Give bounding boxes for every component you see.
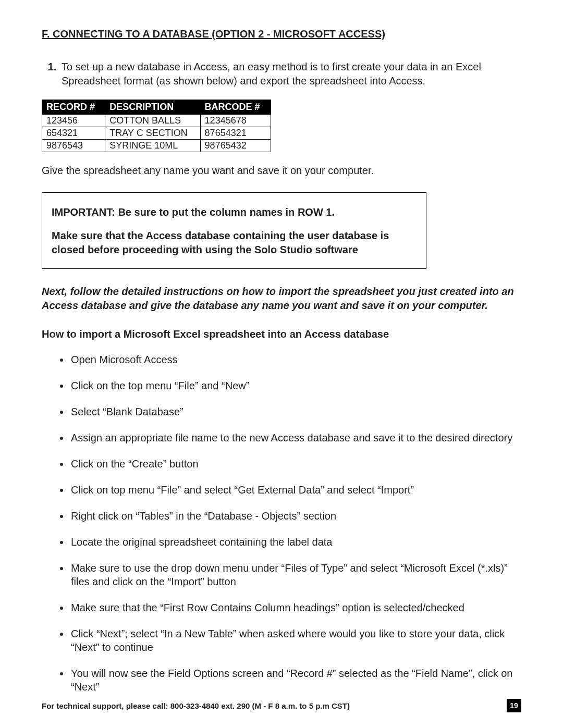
table-row: 9876543 SYRINGE 10ML 98765432 [42,140,271,152]
save-instruction: Give the spreadsheet any name you want a… [42,164,521,178]
important-line-1: IMPORTANT: Be sure to put the column nam… [52,205,417,219]
example-spreadsheet-table: RECORD # DESCRIPTION BARCODE # 123456 CO… [42,100,271,152]
table-row: 123456 COTTON BALLS 12345678 [42,115,271,127]
important-note-box: IMPORTANT: Be sure to put the column nam… [42,192,426,269]
page-footer: For technical support, please call: 800-… [42,699,521,712]
table-header-row: RECORD # DESCRIPTION BARCODE # [42,100,271,115]
col-description: DESCRIPTION [105,100,200,115]
list-item: Click on the top menu “File” and “New” [70,379,521,392]
step-1: To set up a new database in Access, an e… [59,60,521,88]
col-record: RECORD # [42,100,105,115]
list-item: Click on the “Create” button [70,457,521,471]
cell-description: SYRINGE 10ML [105,140,200,152]
numbered-steps: To set up a new database in Access, an e… [42,60,521,88]
support-text: For technical support, please call: 800-… [42,701,350,710]
list-item: Select “Blank Database” [70,405,521,418]
list-item: Assign an appropriate file name to the n… [70,431,521,445]
table-row: 654321 TRAY C SECTION 87654321 [42,127,271,140]
next-instruction: Next, follow the detailed instructions o… [42,285,521,313]
list-item: Right click on “Tables” in the “Database… [70,509,521,523]
list-item: Open Microsoft Access [70,353,521,366]
cell-barcode: 12345678 [200,115,271,127]
important-line-2: Make sure that the Access database conta… [52,229,417,257]
list-item: Locate the original spreadsheet containi… [70,535,521,549]
cell-barcode: 98765432 [200,140,271,152]
cell-description: TRAY C SECTION [105,127,200,140]
cell-description: COTTON BALLS [105,115,200,127]
document-page: F. CONNECTING TO A DATABASE (OPTION 2 - … [0,0,563,728]
list-item: Click on top menu “File” and select “Get… [70,483,521,497]
import-steps-list: Open Microsoft Access Click on the top m… [42,353,521,694]
cell-record: 123456 [42,115,105,127]
list-item: Make sure that the “First Row Contains C… [70,601,521,614]
list-item: Click “Next”; select “In a New Table” wh… [70,627,521,654]
page-number: 19 [507,699,521,712]
cell-record: 9876543 [42,140,105,152]
list-item: You will now see the Field Options scree… [70,667,521,694]
col-barcode: BARCODE # [200,100,271,115]
cell-barcode: 87654321 [200,127,271,140]
section-heading: F. CONNECTING TO A DATABASE (OPTION 2 - … [42,28,521,40]
import-subheading: How to import a Microsoft Excel spreadsh… [42,328,521,340]
cell-record: 654321 [42,127,105,140]
list-item: Make sure to use the drop down menu unde… [70,561,521,588]
